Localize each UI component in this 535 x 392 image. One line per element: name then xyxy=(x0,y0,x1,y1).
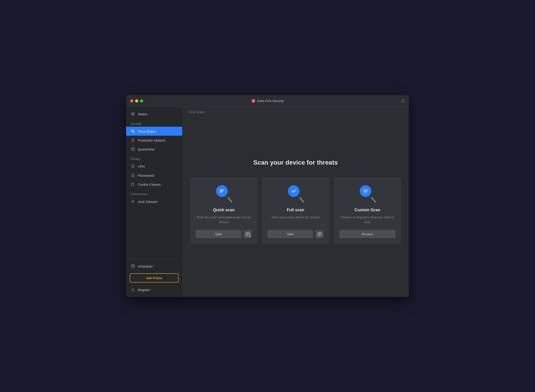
cookie-cleaner-icon xyxy=(131,182,135,187)
scheduler-icon xyxy=(131,264,135,268)
custom-scan-browse-button[interactable]: Browse xyxy=(339,230,395,238)
register-label: Register xyxy=(138,288,150,292)
quick-scan-icon xyxy=(215,185,233,203)
avira-logo-icon: A xyxy=(251,99,255,103)
main-layout: Status Security Virus Scans xyxy=(126,107,409,297)
quick-scan-actions: Start xyxy=(196,230,252,238)
scheduler-label: Scheduler xyxy=(138,264,153,268)
full-scan-schedule-button[interactable] xyxy=(316,230,324,238)
sidebar-item-cookie-cleaner[interactable]: Cookie Cleaner xyxy=(126,180,182,189)
custom-scan-title: Custom Scan xyxy=(354,208,380,212)
quarantine-icon xyxy=(131,147,135,151)
virus-scans-icon xyxy=(131,129,135,133)
titlebar: A Avira Free Security xyxy=(126,95,409,107)
get-prime-button[interactable]: Get Prime xyxy=(130,273,179,283)
sidebar-item-label: Cookie Cleaner xyxy=(138,182,161,186)
status-icon xyxy=(131,112,135,116)
magnifier-handle xyxy=(371,197,376,203)
register-icon xyxy=(131,288,135,292)
svg-rect-7 xyxy=(132,183,133,186)
sidebar-item-label: Quarantine xyxy=(138,147,154,151)
full-scan-description: Scan your entire device for viruses xyxy=(272,215,320,224)
quick-scan-schedule-button[interactable] xyxy=(244,230,252,238)
quick-scan-card: Quick scan Scan the most vulnerable area… xyxy=(190,177,257,244)
custom-scan-actions: Browse xyxy=(339,230,395,238)
custom-scan-description: Choose or drop here what you want to sca… xyxy=(339,215,395,224)
quick-scan-circle-icon xyxy=(216,185,228,197)
sidebar-bottom: Scheduler Get Prime Register xyxy=(126,259,182,297)
content-main: Scan your device for threats xyxy=(182,116,409,297)
full-scan-circle-icon xyxy=(288,185,300,197)
sidebar-item-label: Virus Scans xyxy=(138,129,156,133)
section-label-security: Security xyxy=(126,118,182,127)
schedule-active-indicator xyxy=(249,235,251,237)
sidebar-item-status[interactable]: Status xyxy=(126,109,182,118)
svg-rect-10 xyxy=(246,233,250,236)
sidebar-item-label: Protection Options xyxy=(138,138,166,142)
sidebar-item-passwords[interactable]: Passwords xyxy=(126,171,182,180)
passwords-icon xyxy=(131,173,135,178)
main-window: A Avira Free Security xyxy=(126,95,409,297)
custom-scan-card: Custom Scan Choose or drop here what you… xyxy=(334,177,401,244)
full-scan-start-button[interactable]: Start xyxy=(267,230,313,238)
junk-cleaner-icon xyxy=(131,199,135,204)
quick-scan-description: Scan the most vulnerable areas of your d… xyxy=(196,215,252,224)
sidebar-item-label: Junk Cleaner xyxy=(138,200,157,204)
content-area: Virus Scans Scan your device for threats xyxy=(182,107,409,297)
full-scan-title: Full scan xyxy=(287,208,304,212)
minimize-button[interactable] xyxy=(135,99,138,103)
quick-scan-start-button[interactable]: Start xyxy=(196,230,241,238)
svg-point-3 xyxy=(132,131,133,131)
sidebar-item-junk-cleaner[interactable]: Junk Cleaner xyxy=(126,197,182,206)
svg-rect-11 xyxy=(318,233,321,236)
sidebar: Status Security Virus Scans xyxy=(126,107,182,297)
sidebar-item-register[interactable]: Register xyxy=(126,285,182,294)
sidebar-item-quarantine[interactable]: Quarantine xyxy=(126,145,182,154)
sidebar-status-label: Status xyxy=(138,112,147,116)
breadcrumb: Virus Scans xyxy=(182,107,409,116)
sidebar-item-virus-scans[interactable]: Virus Scans xyxy=(126,127,182,136)
svg-point-1 xyxy=(132,113,133,115)
svg-rect-8 xyxy=(131,265,134,268)
app-title: Avira Free Security xyxy=(257,99,284,103)
sidebar-item-protection-options[interactable]: Protection Options xyxy=(126,136,182,145)
traffic-lights xyxy=(130,99,143,103)
section-label-privacy: Privacy xyxy=(126,154,182,162)
sidebar-item-label: Passwords xyxy=(138,173,154,177)
page-title: Scan your device for threats xyxy=(253,159,338,166)
share-icon[interactable] xyxy=(401,98,405,103)
section-label-performance: Performance xyxy=(126,189,182,197)
full-scan-actions: Start xyxy=(267,230,324,238)
titlebar-title: A Avira Free Security xyxy=(251,99,284,103)
quick-scan-title: Quick scan xyxy=(213,208,235,212)
sidebar-item-label: VPN xyxy=(138,165,145,168)
sidebar-item-scheduler[interactable]: Scheduler xyxy=(126,262,182,271)
custom-scan-icon xyxy=(358,185,376,203)
svg-point-6 xyxy=(133,176,133,177)
svg-point-12 xyxy=(365,190,366,192)
full-scan-card: Full scan Scan your entire device for vi… xyxy=(262,177,329,244)
magnifier-handle xyxy=(299,197,304,203)
sidebar-top: Status Security Virus Scans xyxy=(126,107,182,259)
scan-cards-container: Quick scan Scan the most vulnerable area… xyxy=(190,177,401,244)
protection-options-icon xyxy=(131,138,135,142)
custom-scan-circle-icon xyxy=(360,185,371,197)
vpn-icon xyxy=(131,164,135,169)
magnifier-handle xyxy=(227,197,232,203)
close-button[interactable] xyxy=(130,99,133,103)
maximize-button[interactable] xyxy=(140,99,143,103)
svg-rect-4 xyxy=(131,148,134,150)
full-scan-icon xyxy=(287,185,304,203)
sidebar-item-vpn[interactable]: VPN xyxy=(126,162,182,171)
